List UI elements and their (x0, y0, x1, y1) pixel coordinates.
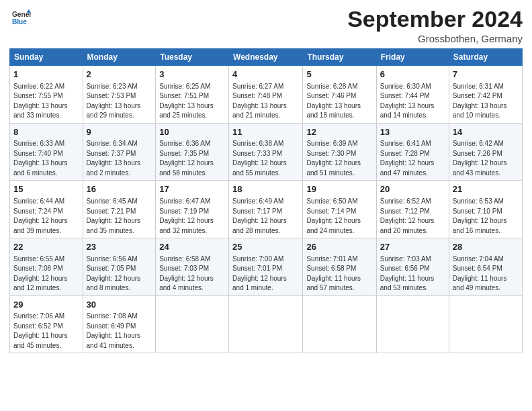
day-info: Sunrise: 6:25 AMSunset: 7:51 PMDaylight:… (159, 83, 214, 120)
day-info: Sunrise: 6:41 AMSunset: 7:28 PMDaylight:… (380, 140, 435, 177)
day-info: Sunrise: 6:23 AMSunset: 7:53 PMDaylight:… (87, 83, 141, 120)
calendar-cell: 19 Sunrise: 6:50 AMSunset: 7:14 PMDaylig… (303, 181, 376, 238)
col-wednesday: Wednesday (229, 49, 303, 66)
month-title: September 2024 (347, 7, 523, 32)
calendar-cell: 21 Sunrise: 6:53 AMSunset: 7:10 PMDaylig… (449, 181, 522, 238)
day-info: Sunrise: 7:06 AMSunset: 6:52 PMDaylight:… (13, 312, 68, 349)
day-number: 23 (87, 241, 152, 253)
calendar-cell: 9 Sunrise: 6:34 AMSunset: 7:37 PMDayligh… (83, 123, 156, 181)
calendar-cell (376, 295, 449, 353)
location-subtitle: Grossbothen, Germany (347, 33, 523, 44)
calendar-cell: 30 Sunrise: 7:08 AMSunset: 6:49 PMDaylig… (83, 295, 156, 353)
day-info: Sunrise: 6:34 AMSunset: 7:37 PMDaylight:… (87, 140, 141, 177)
calendar-table: Sunday Monday Tuesday Wednesday Thursday… (9, 48, 523, 353)
calendar-cell: 5 Sunrise: 6:28 AMSunset: 7:46 PMDayligh… (303, 66, 376, 124)
logo: General Blue (9, 9, 31, 28)
day-info: Sunrise: 6:45 AMSunset: 7:21 PMDaylight:… (87, 197, 141, 234)
day-number: 30 (87, 299, 152, 311)
day-info: Sunrise: 6:53 AMSunset: 7:10 PMDaylight:… (453, 197, 507, 234)
day-info: Sunrise: 7:04 AMSunset: 6:54 PMDaylight:… (453, 255, 507, 292)
day-number: 21 (453, 183, 519, 195)
day-number: 27 (380, 241, 445, 253)
calendar-cell: 17 Sunrise: 6:47 AMSunset: 7:19 PMDaylig… (156, 181, 229, 238)
calendar-week-row: 22 Sunrise: 6:55 AMSunset: 7:08 PMDaylig… (10, 238, 523, 296)
day-number: 19 (306, 183, 372, 195)
day-info: Sunrise: 7:03 AMSunset: 6:56 PMDaylight:… (380, 255, 435, 292)
day-number: 26 (306, 241, 372, 253)
calendar-cell: 16 Sunrise: 6:45 AMSunset: 7:21 PMDaylig… (83, 181, 156, 238)
calendar-cell: 26 Sunrise: 7:01 AMSunset: 6:58 PMDaylig… (303, 238, 376, 296)
day-number: 16 (87, 183, 152, 195)
day-number: 13 (380, 126, 445, 138)
calendar-week-row: 29 Sunrise: 7:06 AMSunset: 6:52 PMDaylig… (10, 295, 523, 353)
calendar-cell: 1 Sunrise: 6:22 AMSunset: 7:55 PMDayligh… (10, 66, 83, 124)
calendar-cell (229, 295, 303, 353)
day-number: 20 (380, 183, 445, 195)
day-info: Sunrise: 6:55 AMSunset: 7:08 PMDaylight:… (13, 255, 68, 292)
calendar-cell: 22 Sunrise: 6:55 AMSunset: 7:08 PMDaylig… (10, 238, 83, 296)
day-info: Sunrise: 6:33 AMSunset: 7:40 PMDaylight:… (13, 140, 68, 177)
day-number: 1 (13, 68, 79, 81)
day-number: 9 (87, 126, 152, 138)
day-info: Sunrise: 6:36 AMSunset: 7:35 PMDaylight:… (159, 140, 214, 177)
day-info: Sunrise: 6:28 AMSunset: 7:46 PMDaylight:… (306, 83, 361, 120)
calendar-cell: 2 Sunrise: 6:23 AMSunset: 7:53 PMDayligh… (83, 66, 156, 124)
day-number: 11 (232, 126, 299, 138)
day-number: 24 (159, 241, 225, 253)
day-number: 28 (453, 241, 519, 253)
day-info: Sunrise: 6:50 AMSunset: 7:14 PMDaylight:… (306, 197, 361, 234)
day-info: Sunrise: 6:52 AMSunset: 7:12 PMDaylight:… (380, 197, 435, 234)
calendar-cell: 15 Sunrise: 6:44 AMSunset: 7:24 PMDaylig… (10, 181, 83, 238)
calendar-cell: 25 Sunrise: 7:00 AMSunset: 7:01 PMDaylig… (229, 238, 303, 296)
calendar-cell: 20 Sunrise: 6:52 AMSunset: 7:12 PMDaylig… (376, 181, 449, 238)
header: General Blue September 2024 Grossbothen,… (9, 7, 523, 44)
day-number: 18 (232, 183, 299, 195)
calendar-week-row: 1 Sunrise: 6:22 AMSunset: 7:55 PMDayligh… (10, 66, 523, 124)
day-info: Sunrise: 6:56 AMSunset: 7:05 PMDaylight:… (87, 255, 141, 292)
day-info: Sunrise: 6:38 AMSunset: 7:33 PMDaylight:… (232, 140, 287, 177)
day-info: Sunrise: 7:01 AMSunset: 6:58 PMDaylight:… (306, 255, 361, 292)
calendar-cell: 28 Sunrise: 7:04 AMSunset: 6:54 PMDaylig… (449, 238, 522, 296)
day-number: 2 (87, 68, 152, 81)
col-friday: Friday (376, 49, 449, 66)
calendar-cell: 11 Sunrise: 6:38 AMSunset: 7:33 PMDaylig… (229, 123, 303, 181)
day-number: 5 (306, 68, 372, 81)
calendar-cell: 14 Sunrise: 6:42 AMSunset: 7:26 PMDaylig… (449, 123, 522, 181)
day-info: Sunrise: 6:30 AMSunset: 7:44 PMDaylight:… (380, 83, 435, 120)
calendar-cell (449, 295, 522, 353)
day-info: Sunrise: 6:47 AMSunset: 7:19 PMDaylight:… (159, 197, 214, 234)
col-monday: Monday (83, 49, 156, 66)
day-number: 3 (159, 68, 225, 81)
calendar-cell: 18 Sunrise: 6:49 AMSunset: 7:17 PMDaylig… (229, 181, 303, 238)
calendar-cell: 24 Sunrise: 6:58 AMSunset: 7:03 PMDaylig… (156, 238, 229, 296)
calendar-cell: 10 Sunrise: 6:36 AMSunset: 7:35 PMDaylig… (156, 123, 229, 181)
day-info: Sunrise: 6:49 AMSunset: 7:17 PMDaylight:… (232, 197, 287, 234)
calendar-cell: 27 Sunrise: 7:03 AMSunset: 6:56 PMDaylig… (376, 238, 449, 296)
day-info: Sunrise: 6:44 AMSunset: 7:24 PMDaylight:… (13, 197, 68, 234)
day-number: 7 (453, 68, 519, 81)
calendar-cell: 3 Sunrise: 6:25 AMSunset: 7:51 PMDayligh… (156, 66, 229, 124)
col-sunday: Sunday (10, 49, 83, 66)
day-number: 8 (13, 126, 79, 138)
day-number: 17 (159, 183, 225, 195)
day-number: 14 (453, 126, 519, 138)
svg-text:Blue: Blue (12, 18, 27, 26)
calendar-week-row: 8 Sunrise: 6:33 AMSunset: 7:40 PMDayligh… (10, 123, 523, 181)
calendar-cell: 23 Sunrise: 6:56 AMSunset: 7:05 PMDaylig… (83, 238, 156, 296)
calendar-cell: 29 Sunrise: 7:06 AMSunset: 6:52 PMDaylig… (10, 295, 83, 353)
day-info: Sunrise: 6:42 AMSunset: 7:26 PMDaylight:… (453, 140, 507, 177)
month-title-block: September 2024 Grossbothen, Germany (347, 7, 523, 44)
day-number: 25 (232, 241, 299, 253)
calendar-cell: 8 Sunrise: 6:33 AMSunset: 7:40 PMDayligh… (10, 123, 83, 181)
day-number: 10 (159, 126, 225, 138)
day-number: 15 (13, 183, 79, 195)
day-info: Sunrise: 6:27 AMSunset: 7:48 PMDaylight:… (232, 83, 287, 120)
day-info: Sunrise: 6:58 AMSunset: 7:03 PMDaylight:… (159, 255, 214, 292)
column-header-row: Sunday Monday Tuesday Wednesday Thursday… (10, 49, 523, 66)
col-saturday: Saturday (449, 49, 522, 66)
calendar-cell (156, 295, 229, 353)
day-info: Sunrise: 6:39 AMSunset: 7:30 PMDaylight:… (306, 140, 361, 177)
page-container: General Blue September 2024 Grossbothen,… (0, 0, 532, 360)
col-tuesday: Tuesday (156, 49, 229, 66)
day-number: 4 (232, 68, 299, 81)
